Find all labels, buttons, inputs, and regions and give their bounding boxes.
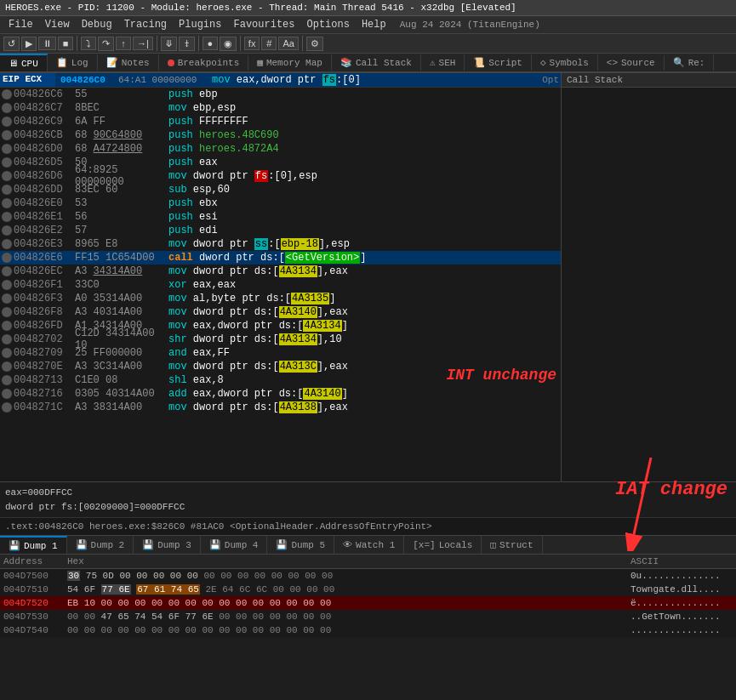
tab-re[interactable]: 🔍 Re:	[665, 54, 715, 71]
tab-call-stack[interactable]: 📚 Call Stack	[332, 54, 421, 71]
bp-circle-1[interactable]	[2, 89, 12, 100]
bp-circle-24[interactable]	[2, 402, 12, 413]
menu-help[interactable]: Help	[357, 18, 391, 31]
tb-step-out[interactable]: ↑	[116, 37, 131, 50]
bp-circle-12[interactable]	[2, 239, 12, 249]
bp-circle-16[interactable]	[2, 293, 12, 304]
disasm-row-23[interactable]: 00482716 0305 40314A00 add eax,dword ptr…	[0, 387, 561, 401]
bp-circle-18[interactable]	[2, 321, 12, 331]
tab-script[interactable]: 📜 Script	[465, 54, 532, 71]
btab-dump3[interactable]: 💾 Dump 3	[134, 536, 201, 554]
tb-step-into[interactable]: ⤵	[81, 37, 96, 50]
disasm-row-13[interactable]: 004826E6 FF15 1C654D00 call dword ptr ds…	[0, 251, 561, 265]
tb-trace-into[interactable]: ⤋	[161, 37, 177, 51]
tb-hash[interactable]: #	[261, 37, 277, 50]
disasm-row-1[interactable]: 004826C6 55 push ebp	[0, 88, 561, 101]
tb-font[interactable]: Aa	[278, 37, 298, 50]
bp-circle-11[interactable]	[2, 225, 12, 236]
dump-addr-2: 004D7520	[3, 598, 67, 608]
dump-row-0[interactable]: 004D7500 30 75 0D 00 00 00 00 00 00 00 0…	[0, 569, 736, 583]
mem-icon: ▦	[257, 57, 263, 68]
bp-circle-15[interactable]	[2, 280, 12, 290]
bp-circle-19[interactable]	[2, 334, 12, 344]
dump-row-2[interactable]: 004D7520 EB 10 00 00 00 00 00 00 00 00 0…	[0, 596, 736, 610]
bp-circle-2[interactable]	[2, 103, 12, 113]
tb-step-over[interactable]: ↷	[98, 37, 114, 51]
btab-locals[interactable]: [x=] Locals	[404, 536, 482, 554]
menu-favourites[interactable]: Favourites	[228, 18, 300, 31]
bp-circle-13[interactable]	[2, 253, 12, 263]
addr-15: 004826F1	[14, 279, 75, 291]
menu-plugins[interactable]: Plugins	[174, 18, 226, 31]
tb-pause[interactable]: ⏸	[38, 37, 56, 50]
disassembly-panel[interactable]: EIP ECX 004826C0 64:A1 00000000 mov eax,…	[0, 73, 562, 481]
bp-circle-4[interactable]	[2, 130, 12, 140]
tb-bp[interactable]: ●	[203, 37, 218, 50]
menu-file[interactable]: File	[3, 18, 38, 31]
btab-dump4[interactable]: 💾 Dump 4	[201, 536, 268, 554]
disasm-row-eip[interactable]: 004826C0 64:A1 00000000 mov eax,dword pt…	[55, 73, 561, 87]
disasm-row-19[interactable]: 00482702 C12D 34314A00 10 shr dword ptr …	[0, 333, 561, 346]
bp-circle-10[interactable]	[2, 212, 12, 222]
disasm-row-15[interactable]: 004826F1 33C0 xor eax,eax	[0, 278, 561, 292]
disasm-row-9[interactable]: 004826E0 53 push ebx	[0, 196, 561, 210]
disasm-row-12[interactable]: 004826E3 8965 E8 mov dword ptr ss:[ebp-1…	[0, 237, 561, 251]
btab-struct[interactable]: ◫ Struct	[482, 536, 542, 554]
disasm-row-17[interactable]: 004826F8 A3 40314A00 mov dword ptr ds:[4…	[0, 305, 561, 319]
disasm-row-16[interactable]: 004826F3 A0 35314A00 mov al,byte ptr ds:…	[0, 292, 561, 305]
tb-run-to-cursor[interactable]: →|	[133, 37, 153, 50]
disasm-row-11[interactable]: 004826E2 57 push edi	[0, 224, 561, 237]
tb-open[interactable]: ▶	[21, 37, 37, 51]
dump-row-1[interactable]: 004D7510 54 6F 77 6E 67 61 74 65 2E 64 6…	[0, 583, 736, 596]
disasm-row-8[interactable]: 004826DD 83EC 60 sub esp,60	[0, 183, 561, 196]
bp-circle-22[interactable]	[2, 375, 12, 385]
tb-restart[interactable]: ↺	[3, 37, 20, 51]
tab-seh[interactable]: ⚠ SEH	[421, 54, 465, 71]
bp-circle-6[interactable]	[2, 157, 12, 168]
tb-stop[interactable]: ■	[58, 37, 73, 50]
menu-tracing[interactable]: Tracing	[119, 18, 172, 31]
menu-debug[interactable]: Debug	[77, 18, 117, 31]
bp-circle-23[interactable]	[2, 389, 12, 399]
disasm-row-24[interactable]: 0048271C A3 38314A00 mov dword ptr ds:[4…	[0, 401, 561, 414]
dump-row-4[interactable]: 004D7540 00 00 00 00 00 00 00 00 00 00 0…	[0, 623, 736, 637]
tab-memory-map[interactable]: ▦ Memory Map	[248, 54, 332, 71]
btab-dump1[interactable]: 💾 Dump 1	[0, 536, 67, 554]
tab-log[interactable]: 📋 Log	[48, 54, 98, 71]
dump-hex-1: 54 6F 77 6E 67 61 74 65 2E 64 6C 6C 00 0…	[67, 584, 630, 595]
tb-asm[interactable]: fx	[244, 37, 260, 50]
tab-breakpoints[interactable]: Breakpoints	[159, 55, 249, 71]
tab-symbols[interactable]: ◇ Symbols	[532, 54, 598, 71]
btab-dump5[interactable]: 💾 Dump 5	[267, 536, 334, 554]
bp-circle-21[interactable]	[2, 361, 12, 372]
disasm-row-10[interactable]: 004826E1 56 push esi	[0, 210, 561, 224]
tb-trace-over[interactable]: ⤈	[179, 37, 195, 51]
bp-circle-7[interactable]	[2, 171, 12, 181]
disasm-row-5[interactable]: 004826D0 68 A4724800 push heroes.4872A4	[0, 142, 561, 156]
disasm-row-7[interactable]: 004826D6 64:8925 00000000 mov dword ptr …	[0, 169, 561, 183]
menu-view[interactable]: View	[40, 18, 75, 31]
dump-row-3[interactable]: 004D7530 00 00 47 65 74 54 6F 77 6E 00 0…	[0, 610, 736, 623]
bp-circle-17[interactable]	[2, 307, 12, 317]
disasm-row-21[interactable]: 0048270E A3 3C314A00 mov dword ptr ds:[4…	[0, 360, 561, 373]
instr-23: add eax,dword ptr ds:[4A3140]	[168, 388, 559, 400]
menu-options[interactable]: Options	[302, 18, 355, 31]
bp-circle-5[interactable]	[2, 144, 12, 154]
btab-dump2[interactable]: 💾 Dump 2	[67, 536, 134, 554]
disasm-row-14[interactable]: 004826EC A3 34314A00 mov dword ptr ds:[4…	[0, 265, 561, 278]
bp-circle-3[interactable]	[2, 117, 12, 127]
tb-bp2[interactable]: ◉	[220, 37, 237, 51]
tab-source[interactable]: <> Source	[598, 55, 665, 71]
bp-circle-9[interactable]	[2, 198, 12, 208]
bp-circle-8[interactable]	[2, 185, 12, 195]
disasm-row-2[interactable]: 004826C7 8BEC mov ebp,esp	[0, 101, 561, 115]
tab-notes[interactable]: 📝 Notes	[98, 54, 159, 71]
btab-watch1[interactable]: 👁 Watch 1	[334, 536, 404, 554]
tb-settings[interactable]: ⚙	[306, 37, 323, 51]
bp-circle-14[interactable]	[2, 266, 12, 276]
disasm-row-4[interactable]: 004826CB 68 90C64800 push heroes.48C690	[0, 128, 561, 142]
disasm-row-20[interactable]: 00482709 25 FF000000 and eax,FF	[0, 346, 561, 360]
disasm-row-3[interactable]: 004826C9 6A FF push FFFFFFFF	[0, 115, 561, 128]
bp-circle-20[interactable]	[2, 348, 12, 358]
tab-cpu[interactable]: 🖥 CPU	[0, 54, 48, 71]
